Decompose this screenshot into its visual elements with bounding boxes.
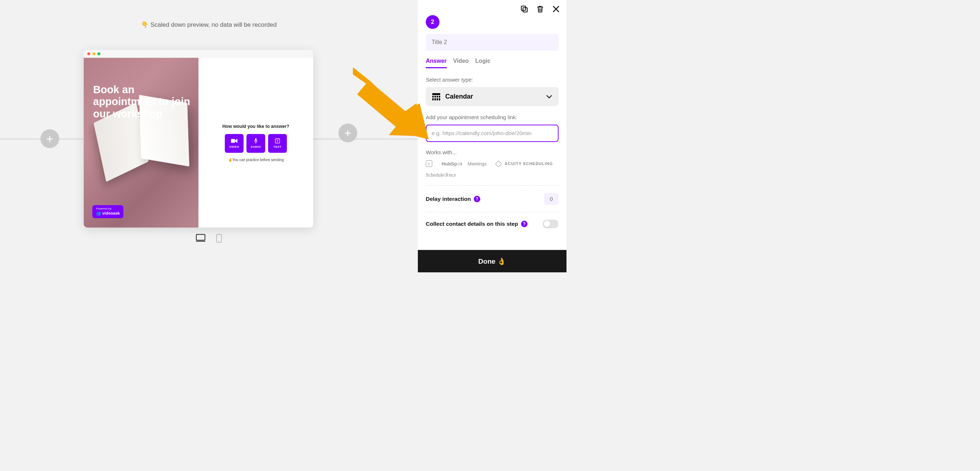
svg-text:T: T xyxy=(277,139,278,143)
scheduling-link-input[interactable] xyxy=(426,125,558,142)
svg-rect-1 xyxy=(255,138,256,141)
audio-button-label: AUDIO xyxy=(251,145,261,148)
add-step-after-button[interactable]: + xyxy=(339,123,357,142)
answer-video-button[interactable]: VIDEO xyxy=(225,134,243,153)
step-title-input[interactable] xyxy=(426,34,558,51)
preview-answer-panel: How would you like to answer? VIDEO AUDI… xyxy=(199,58,313,228)
mobile-preview-button[interactable] xyxy=(216,234,222,244)
select-answer-type-label: Select answer type: xyxy=(426,77,558,83)
mobile-icon xyxy=(216,234,222,243)
preview-body: Book an appointment to join our workshop… xyxy=(84,58,313,228)
step-number-badge: 2 xyxy=(426,15,439,29)
integration-acuity: ACUITY SCHEDULING xyxy=(496,161,553,166)
delay-interaction-row: Delay interaction ? 0 xyxy=(426,186,558,212)
add-step-before-button[interactable]: + xyxy=(40,129,59,148)
delay-interaction-label: Delay interaction xyxy=(426,196,471,202)
device-toggle xyxy=(0,234,418,244)
svg-rect-5 xyxy=(196,235,205,240)
duplicate-button[interactable] xyxy=(520,5,528,13)
tab-logic[interactable]: Logic xyxy=(475,58,491,68)
done-button[interactable]: Done 👌 xyxy=(418,250,566,272)
desktop-icon xyxy=(196,234,205,242)
close-icon xyxy=(552,5,560,13)
dropdown-selected-label: Calendar xyxy=(445,93,541,101)
toggle-knob xyxy=(544,221,550,227)
video-button-label: VIDEO xyxy=(229,145,239,148)
close-button[interactable] xyxy=(552,5,560,13)
preview-window: Book an appointment to join our workshop… xyxy=(84,50,313,228)
svg-rect-6 xyxy=(196,241,205,242)
settings-panel: 2 Answer Video Logic Select answer type:… xyxy=(418,0,566,272)
preview-note: 👇 Scaled down preview, no data will be r… xyxy=(0,21,418,29)
done-label: Done 👌 xyxy=(479,257,506,265)
powered-by-brand: videoask xyxy=(96,211,120,215)
traffic-light-min xyxy=(92,53,95,55)
answer-buttons: VIDEO AUDIO T TEXT xyxy=(225,134,287,153)
integrations-list: c HubSpt Meetings ACUITY SCHEDULING Sche… xyxy=(426,160,558,186)
copy-icon xyxy=(520,5,528,13)
chevron-down-icon xyxy=(546,94,552,100)
tab-answer[interactable]: Answer xyxy=(426,58,447,68)
answer-type-dropdown[interactable]: Calendar xyxy=(426,87,558,106)
svg-rect-0 xyxy=(231,139,235,143)
svg-rect-13 xyxy=(523,8,527,12)
panel-top-actions xyxy=(418,0,566,15)
powered-by-label: Powered by: xyxy=(96,207,120,210)
text-icon: T xyxy=(274,138,281,144)
collect-contact-label: Collect contact details on this step xyxy=(426,221,518,227)
answer-text-button[interactable]: T TEXT xyxy=(268,134,287,153)
delete-button[interactable] xyxy=(536,5,544,13)
preview-video-panel: Book an appointment to join our workshop… xyxy=(84,58,199,228)
help-icon[interactable]: ? xyxy=(521,221,528,227)
hero-title: Book an appointment to join our workshop xyxy=(93,84,191,120)
integration-hubspot: HubSpt Meetings xyxy=(442,161,487,166)
answer-audio-button[interactable]: AUDIO xyxy=(247,134,265,153)
practice-note: ✌️You can practice before sending xyxy=(228,158,284,162)
desktop-preview-button[interactable] xyxy=(196,234,205,244)
text-button-label: TEXT xyxy=(274,145,282,148)
mic-icon xyxy=(253,138,259,144)
collect-contact-row: Collect contact details on this step ? xyxy=(426,212,558,235)
window-titlebar xyxy=(84,50,313,58)
collect-contact-toggle[interactable] xyxy=(542,220,558,228)
calendar-icon xyxy=(432,93,440,101)
traffic-light-close xyxy=(88,53,90,55)
powered-by-badge[interactable]: Powered by: videoask xyxy=(92,205,123,218)
trash-icon xyxy=(536,5,544,13)
works-with-label: Works with... xyxy=(426,149,558,155)
acuity-icon xyxy=(495,160,501,167)
integration-calendly: c xyxy=(426,160,432,167)
tab-video[interactable]: Video xyxy=(453,58,469,68)
link-input-label: Add your appointment scheduling link: xyxy=(426,114,558,120)
canvas: 👇 Scaled down preview, no data will be r… xyxy=(0,0,418,272)
video-icon xyxy=(231,138,237,144)
traffic-light-max xyxy=(97,53,100,55)
help-icon[interactable]: ? xyxy=(474,196,480,202)
svg-rect-14 xyxy=(522,6,526,11)
svg-point-8 xyxy=(219,241,220,242)
delay-value-input[interactable]: 0 xyxy=(544,193,558,205)
integration-scheduleonce: Schedule③nce xyxy=(426,172,456,178)
panel-tabs: Answer Video Logic xyxy=(426,58,558,69)
answer-prompt: How would you like to answer? xyxy=(222,124,289,129)
calendly-icon: c xyxy=(426,160,432,167)
